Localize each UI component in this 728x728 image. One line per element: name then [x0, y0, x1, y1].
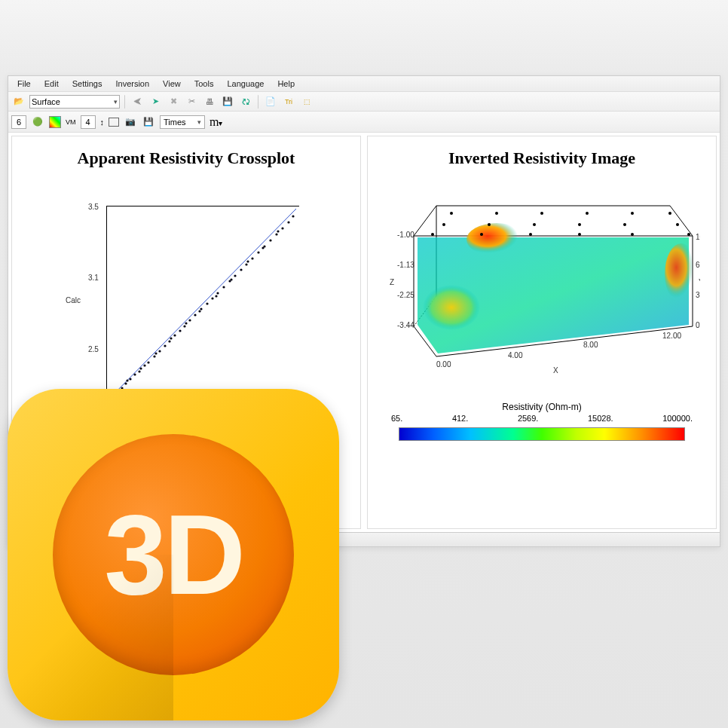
svg-point-44: [246, 260, 249, 262]
print-icon[interactable]: 🖶: [202, 94, 217, 109]
menu-view[interactable]: View: [157, 78, 187, 90]
svg-point-14: [179, 329, 181, 332]
font-dropdown-value: Times: [164, 118, 186, 127]
svg-point-58: [586, 212, 589, 215]
resistivity-title: Inverted Resistivity Image: [448, 148, 635, 168]
svg-point-22: [222, 286, 225, 288]
svg-point-4: [129, 378, 131, 380]
svg-point-43: [230, 278, 232, 280]
stepper-icon[interactable]: ↕: [100, 118, 105, 127]
svg-point-37: [139, 367, 142, 369]
svg-point-63: [533, 223, 536, 226]
color-grid-icon[interactable]: [49, 116, 61, 128]
xtick-3: 12.00: [662, 332, 681, 340]
svg-point-16: [188, 319, 191, 321]
menu-tools[interactable]: Tools: [188, 78, 220, 90]
disk-icon[interactable]: 💾: [142, 115, 155, 129]
legend-tick-1: 412.: [452, 414, 468, 423]
svg-point-61: [442, 223, 445, 226]
svg-point-46: [277, 230, 279, 232]
legend-colorbar: [399, 427, 685, 441]
svg-point-54: [665, 243, 698, 304]
back-icon[interactable]: ⮜: [130, 94, 145, 109]
svg-point-57: [540, 212, 543, 215]
logo-text: 3D: [104, 490, 243, 620]
svg-point-7: [143, 364, 145, 366]
separator: [124, 95, 125, 109]
volume-svg: -1.00 -1.13 -2.25 -3.44 Z 0.00 4.00 8.00…: [384, 183, 700, 379]
surface-dropdown[interactable]: Surface: [29, 95, 120, 109]
legend-tick-4: 100000.: [662, 414, 693, 423]
svg-point-38: [154, 352, 157, 354]
svg-point-52: [466, 223, 527, 256]
svg-point-19: [206, 302, 208, 304]
refresh-icon[interactable]: 🗘: [238, 94, 253, 109]
rect-icon[interactable]: [109, 118, 119, 127]
volume-render[interactable]: -1.00 -1.13 -2.25 -3.44 Z 0.00 4.00 8.00…: [384, 183, 700, 379]
svg-point-72: [687, 233, 690, 236]
svg-point-64: [578, 223, 581, 226]
axis-x-label: X: [553, 366, 558, 375]
camera-icon[interactable]: 📷: [124, 115, 137, 129]
svg-point-59: [631, 212, 634, 215]
open-folder-icon[interactable]: 📂: [11, 94, 26, 109]
legend-tick-2: 2569.: [518, 414, 539, 423]
logo-3d-badge: 3D: [8, 389, 339, 720]
svg-point-26: [245, 263, 247, 265]
surface-dropdown-value: Surface: [32, 97, 60, 106]
svg-point-70: [578, 233, 581, 236]
palette-icon[interactable]: 🟢: [31, 115, 44, 129]
svg-point-17: [194, 314, 196, 316]
copy-page-icon[interactable]: 📄: [263, 94, 278, 109]
svg-point-60: [668, 212, 671, 215]
svg-point-18: [200, 307, 202, 310]
cut-icon[interactable]: ✂: [184, 94, 199, 109]
ztick-3: -3.44: [397, 321, 414, 329]
unit-label[interactable]: m▾: [210, 115, 222, 129]
svg-point-10: [158, 350, 161, 352]
tri-icon[interactable]: Tri: [281, 94, 296, 109]
menu-language[interactable]: Language: [221, 78, 270, 90]
logo-circle: 3D: [53, 434, 294, 675]
svg-point-67: [431, 233, 434, 236]
stop-icon[interactable]: ✖: [166, 94, 181, 109]
separator: [258, 95, 258, 109]
svg-point-39: [170, 337, 172, 339]
chart-icon[interactable]: ⬚: [299, 94, 314, 109]
svg-point-36: [126, 379, 128, 381]
ytick-0b: 0.00: [696, 321, 700, 329]
ztick-2: -2.25: [397, 291, 414, 299]
svg-point-9: [153, 355, 155, 357]
save-icon[interactable]: 💾: [220, 94, 235, 109]
resistivity-image-panel: Inverted Resistivity Image: [367, 136, 717, 529]
svg-point-8: [147, 361, 149, 363]
svg-point-20: [211, 297, 213, 299]
svg-point-65: [623, 223, 626, 226]
svg-point-12: [168, 340, 170, 342]
field-six[interactable]: [11, 115, 26, 129]
menu-file[interactable]: File: [11, 78, 37, 90]
ytick-2b: 6.67: [696, 261, 700, 269]
svg-point-13: [173, 334, 176, 336]
toolbar-main: 📂 Surface ⮜ ➤ ✖ ✂ 🖶 💾 🗘 📄 Tri ⬚: [8, 92, 720, 112]
forward-icon[interactable]: ➤: [148, 94, 163, 109]
svg-point-32: [281, 227, 283, 229]
svg-point-28: [257, 251, 259, 253]
menubar: File Edit Settings Inversion View Tools …: [8, 76, 720, 92]
menu-edit[interactable]: Edit: [38, 78, 65, 90]
font-dropdown[interactable]: Times: [160, 115, 205, 129]
svg-point-24: [234, 274, 236, 277]
menu-settings[interactable]: Settings: [66, 78, 109, 90]
svg-line-0: [109, 209, 296, 399]
svg-point-68: [480, 233, 483, 236]
svg-point-62: [488, 223, 491, 226]
legend-tick-3: 15028.: [588, 414, 613, 423]
svg-point-53: [423, 285, 480, 330]
menu-help[interactable]: Help: [271, 78, 301, 90]
svg-point-21: [216, 292, 219, 294]
field-four[interactable]: [81, 115, 96, 129]
legend-tick-0: 65.: [391, 414, 402, 423]
toolbar-secondary: 🟢 VM ↕ 📷 💾 Times m▾: [8, 112, 720, 133]
svg-point-11: [164, 344, 166, 347]
menu-inversion[interactable]: Inversion: [109, 78, 155, 90]
